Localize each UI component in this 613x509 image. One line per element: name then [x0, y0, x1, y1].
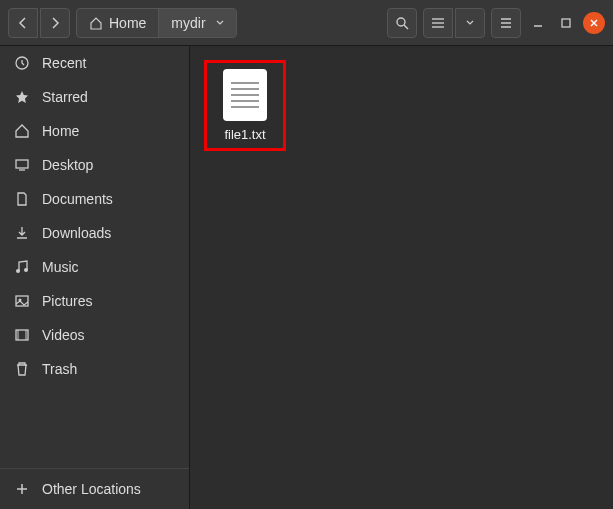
chevron-left-icon [18, 17, 28, 29]
minimize-icon [533, 18, 543, 28]
clock-icon [14, 55, 30, 71]
svg-rect-13 [16, 160, 28, 168]
documents-icon [14, 191, 30, 207]
sidebar-item-label: Recent [42, 55, 86, 71]
svg-line-1 [404, 25, 408, 29]
other-locations-label: Other Locations [42, 481, 141, 497]
text-file-icon [223, 69, 267, 121]
sidebar-other-locations[interactable]: Other Locations [0, 468, 189, 509]
svg-rect-9 [562, 19, 570, 27]
close-icon [589, 18, 599, 28]
sidebar-item-trash[interactable]: Trash [0, 352, 189, 386]
file-view[interactable]: file1.txt [190, 46, 613, 509]
music-icon [14, 259, 30, 275]
sidebar-item-label: Music [42, 259, 79, 275]
dropdown-icon [216, 20, 224, 26]
list-view-button[interactable] [423, 8, 453, 38]
sidebar: Recent Starred Home Desktop Documents Do… [0, 46, 190, 509]
file-label: file1.txt [209, 127, 281, 142]
home-icon [14, 123, 30, 139]
star-icon [14, 89, 30, 105]
svg-point-0 [397, 18, 405, 26]
breadcrumb-current-label: mydir [171, 15, 205, 31]
plus-icon [14, 481, 30, 497]
home-icon [89, 16, 103, 30]
downloads-icon [14, 225, 30, 241]
trash-icon [14, 361, 30, 377]
maximize-button[interactable] [555, 12, 577, 34]
sidebar-item-label: Starred [42, 89, 88, 105]
sidebar-item-pictures[interactable]: Pictures [0, 284, 189, 318]
videos-icon [14, 327, 30, 343]
desktop-icon [14, 157, 30, 173]
maximize-icon [561, 18, 571, 28]
breadcrumb-current[interactable]: mydir [159, 9, 235, 37]
sidebar-item-documents[interactable]: Documents [0, 182, 189, 216]
breadcrumb-home-label: Home [109, 15, 146, 31]
search-button[interactable] [387, 8, 417, 38]
svg-point-16 [24, 268, 28, 272]
sidebar-item-recent[interactable]: Recent [0, 46, 189, 80]
sidebar-item-desktop[interactable]: Desktop [0, 148, 189, 182]
pictures-icon [14, 293, 30, 309]
sidebar-item-label: Downloads [42, 225, 111, 241]
svg-rect-17 [16, 296, 28, 306]
sidebar-item-home[interactable]: Home [0, 114, 189, 148]
chevron-right-icon [50, 17, 60, 29]
search-icon [395, 16, 409, 30]
sidebar-item-label: Home [42, 123, 79, 139]
sidebar-item-label: Pictures [42, 293, 93, 309]
sidebar-item-downloads[interactable]: Downloads [0, 216, 189, 250]
view-buttons [423, 8, 485, 38]
sidebar-item-starred[interactable]: Starred [0, 80, 189, 114]
close-button[interactable] [583, 12, 605, 34]
list-icon [431, 17, 445, 29]
sidebar-item-music[interactable]: Music [0, 250, 189, 284]
forward-button[interactable] [40, 8, 70, 38]
sidebar-item-label: Videos [42, 327, 85, 343]
file-item[interactable]: file1.txt [204, 60, 286, 151]
breadcrumb: Home mydir [76, 8, 237, 38]
view-dropdown-button[interactable] [455, 8, 485, 38]
nav-buttons [8, 8, 70, 38]
back-button[interactable] [8, 8, 38, 38]
breadcrumb-home[interactable]: Home [77, 9, 159, 37]
sidebar-item-label: Documents [42, 191, 113, 207]
svg-point-15 [16, 269, 20, 273]
hamburger-icon [499, 17, 513, 29]
toolbar: Home mydir [0, 0, 613, 46]
menu-button[interactable] [491, 8, 521, 38]
sidebar-item-label: Desktop [42, 157, 93, 173]
chevron-down-icon [466, 20, 474, 26]
sidebar-item-label: Trash [42, 361, 77, 377]
sidebar-item-videos[interactable]: Videos [0, 318, 189, 352]
minimize-button[interactable] [527, 12, 549, 34]
